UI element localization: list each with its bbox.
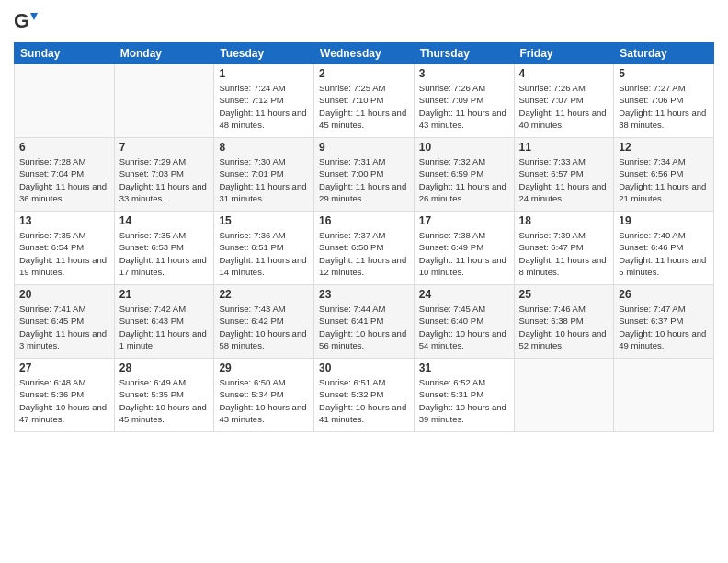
- day-info: Sunrise: 7:31 AMSunset: 7:00 PMDaylight:…: [319, 155, 409, 204]
- day-info: Sunrise: 7:24 AMSunset: 7:12 PMDaylight:…: [219, 82, 309, 131]
- day-number: 1: [219, 67, 309, 80]
- svg-text:G: G: [14, 9, 29, 32]
- day-info: Sunrise: 6:50 AMSunset: 5:34 PMDaylight:…: [219, 376, 309, 425]
- calendar-day-cell: 19Sunrise: 7:40 AMSunset: 6:46 PMDayligh…: [614, 212, 714, 285]
- day-number: 13: [19, 214, 109, 227]
- calendar-day-cell: 12Sunrise: 7:34 AMSunset: 6:56 PMDayligh…: [614, 138, 714, 212]
- day-number: 10: [419, 141, 509, 154]
- calendar-day-cell: 29Sunrise: 6:50 AMSunset: 5:34 PMDayligh…: [214, 359, 314, 432]
- day-number: 12: [619, 141, 709, 154]
- day-info: Sunrise: 7:30 AMSunset: 7:01 PMDaylight:…: [219, 155, 309, 204]
- day-info: Sunrise: 7:42 AMSunset: 6:43 PMDaylight:…: [119, 303, 210, 351]
- weekday-header: Thursday: [414, 43, 514, 64]
- calendar-day-cell: 3Sunrise: 7:26 AMSunset: 7:09 PMDaylight…: [414, 64, 514, 138]
- day-number: 2: [319, 67, 409, 80]
- calendar-day-cell: 21Sunrise: 7:42 AMSunset: 6:43 PMDayligh…: [114, 285, 214, 359]
- weekday-header: Wednesday: [314, 43, 415, 64]
- day-number: 15: [219, 214, 309, 227]
- day-number: 18: [519, 214, 609, 227]
- day-number: 6: [19, 141, 109, 154]
- calendar-day-cell: 10Sunrise: 7:32 AMSunset: 6:59 PMDayligh…: [414, 138, 514, 212]
- calendar-day-cell: [514, 359, 614, 432]
- calendar-day-cell: 2Sunrise: 7:25 AMSunset: 7:10 PMDaylight…: [314, 64, 415, 138]
- day-number: 19: [619, 214, 709, 227]
- day-info: Sunrise: 7:47 AMSunset: 6:37 PMDaylight:…: [619, 303, 709, 351]
- svg-marker-1: [30, 13, 38, 20]
- day-info: Sunrise: 7:38 AMSunset: 6:49 PMDaylight:…: [419, 229, 509, 278]
- day-info: Sunrise: 6:49 AMSunset: 5:35 PMDaylight:…: [119, 376, 210, 425]
- day-info: Sunrise: 7:44 AMSunset: 6:41 PMDaylight:…: [319, 303, 409, 351]
- calendar-day-cell: 28Sunrise: 6:49 AMSunset: 5:35 PMDayligh…: [114, 359, 214, 432]
- weekday-header: Sunday: [15, 43, 115, 64]
- weekday-header: Saturday: [614, 43, 714, 64]
- day-info: Sunrise: 7:29 AMSunset: 7:03 PMDaylight:…: [119, 155, 210, 204]
- calendar-day-cell: [114, 64, 214, 138]
- day-info: Sunrise: 7:34 AMSunset: 6:56 PMDaylight:…: [619, 155, 709, 204]
- day-number: 20: [19, 288, 109, 301]
- day-info: Sunrise: 6:48 AMSunset: 5:36 PMDaylight:…: [19, 376, 109, 425]
- calendar-week-row: 27Sunrise: 6:48 AMSunset: 5:36 PMDayligh…: [15, 359, 714, 432]
- calendar-header-row: SundayMondayTuesdayWednesdayThursdayFrid…: [15, 43, 714, 64]
- day-info: Sunrise: 7:26 AMSunset: 7:09 PMDaylight:…: [419, 82, 509, 131]
- day-number: 25: [519, 288, 609, 301]
- calendar-day-cell: 30Sunrise: 6:51 AMSunset: 5:32 PMDayligh…: [314, 359, 415, 432]
- day-number: 28: [119, 362, 210, 374]
- calendar-day-cell: 8Sunrise: 7:30 AMSunset: 7:01 PMDaylight…: [214, 138, 314, 212]
- day-number: 5: [619, 67, 709, 80]
- day-number: 8: [219, 141, 309, 154]
- day-number: 4: [519, 67, 609, 80]
- day-number: 21: [119, 288, 210, 301]
- calendar-day-cell: 11Sunrise: 7:33 AMSunset: 6:57 PMDayligh…: [514, 138, 614, 212]
- day-number: 27: [19, 362, 109, 374]
- day-info: Sunrise: 7:41 AMSunset: 6:45 PMDaylight:…: [19, 303, 109, 351]
- day-info: Sunrise: 7:35 AMSunset: 6:53 PMDaylight:…: [119, 229, 210, 278]
- day-number: 3: [419, 67, 509, 80]
- day-number: 22: [219, 288, 309, 301]
- calendar-day-cell: [614, 359, 714, 432]
- calendar-day-cell: 20Sunrise: 7:41 AMSunset: 6:45 PMDayligh…: [15, 285, 115, 359]
- calendar-day-cell: 13Sunrise: 7:35 AMSunset: 6:54 PMDayligh…: [15, 212, 115, 285]
- logo-icon: G: [14, 9, 40, 35]
- day-info: Sunrise: 7:33 AMSunset: 6:57 PMDaylight:…: [519, 155, 609, 204]
- day-number: 24: [419, 288, 509, 301]
- day-info: Sunrise: 7:45 AMSunset: 6:40 PMDaylight:…: [419, 303, 509, 351]
- page-header: G: [14, 9, 714, 35]
- weekday-header: Friday: [514, 43, 614, 64]
- day-info: Sunrise: 7:37 AMSunset: 6:50 PMDaylight:…: [319, 229, 409, 278]
- calendar-day-cell: 18Sunrise: 7:39 AMSunset: 6:47 PMDayligh…: [514, 212, 614, 285]
- calendar-day-cell: 6Sunrise: 7:28 AMSunset: 7:04 PMDaylight…: [15, 138, 115, 212]
- day-info: Sunrise: 7:25 AMSunset: 7:10 PMDaylight:…: [319, 82, 409, 131]
- day-info: Sunrise: 7:36 AMSunset: 6:51 PMDaylight:…: [219, 229, 309, 278]
- calendar-day-cell: 16Sunrise: 7:37 AMSunset: 6:50 PMDayligh…: [314, 212, 415, 285]
- day-number: 26: [619, 288, 709, 301]
- day-number: 16: [319, 214, 409, 227]
- calendar-week-row: 20Sunrise: 7:41 AMSunset: 6:45 PMDayligh…: [15, 285, 714, 359]
- calendar-day-cell: 23Sunrise: 7:44 AMSunset: 6:41 PMDayligh…: [314, 285, 415, 359]
- day-info: Sunrise: 7:27 AMSunset: 7:06 PMDaylight:…: [619, 82, 709, 131]
- calendar-day-cell: 31Sunrise: 6:52 AMSunset: 5:31 PMDayligh…: [414, 359, 514, 432]
- day-info: Sunrise: 6:51 AMSunset: 5:32 PMDaylight:…: [319, 376, 409, 425]
- day-number: 14: [119, 214, 210, 227]
- calendar-day-cell: 24Sunrise: 7:45 AMSunset: 6:40 PMDayligh…: [414, 285, 514, 359]
- calendar-day-cell: 1Sunrise: 7:24 AMSunset: 7:12 PMDaylight…: [214, 64, 314, 138]
- day-number: 17: [419, 214, 509, 227]
- day-info: Sunrise: 7:43 AMSunset: 6:42 PMDaylight:…: [219, 303, 309, 351]
- calendar-day-cell: 9Sunrise: 7:31 AMSunset: 7:00 PMDaylight…: [314, 138, 415, 212]
- logo: G: [14, 9, 43, 35]
- weekday-header: Monday: [114, 43, 214, 64]
- day-number: 31: [419, 362, 509, 374]
- calendar-day-cell: 5Sunrise: 7:27 AMSunset: 7:06 PMDaylight…: [614, 64, 714, 138]
- day-number: 7: [119, 141, 210, 154]
- day-number: 29: [219, 362, 309, 374]
- calendar-day-cell: 14Sunrise: 7:35 AMSunset: 6:53 PMDayligh…: [114, 212, 214, 285]
- calendar-day-cell: 7Sunrise: 7:29 AMSunset: 7:03 PMDaylight…: [114, 138, 214, 212]
- day-info: Sunrise: 7:28 AMSunset: 7:04 PMDaylight:…: [19, 155, 109, 204]
- day-info: Sunrise: 7:39 AMSunset: 6:47 PMDaylight:…: [519, 229, 609, 278]
- day-info: Sunrise: 7:40 AMSunset: 6:46 PMDaylight:…: [619, 229, 709, 278]
- day-info: Sunrise: 6:52 AMSunset: 5:31 PMDaylight:…: [419, 376, 509, 425]
- calendar-day-cell: 26Sunrise: 7:47 AMSunset: 6:37 PMDayligh…: [614, 285, 714, 359]
- calendar-day-cell: 4Sunrise: 7:26 AMSunset: 7:07 PMDaylight…: [514, 64, 614, 138]
- day-number: 23: [319, 288, 409, 301]
- calendar-day-cell: 15Sunrise: 7:36 AMSunset: 6:51 PMDayligh…: [214, 212, 314, 285]
- day-info: Sunrise: 7:46 AMSunset: 6:38 PMDaylight:…: [519, 303, 609, 351]
